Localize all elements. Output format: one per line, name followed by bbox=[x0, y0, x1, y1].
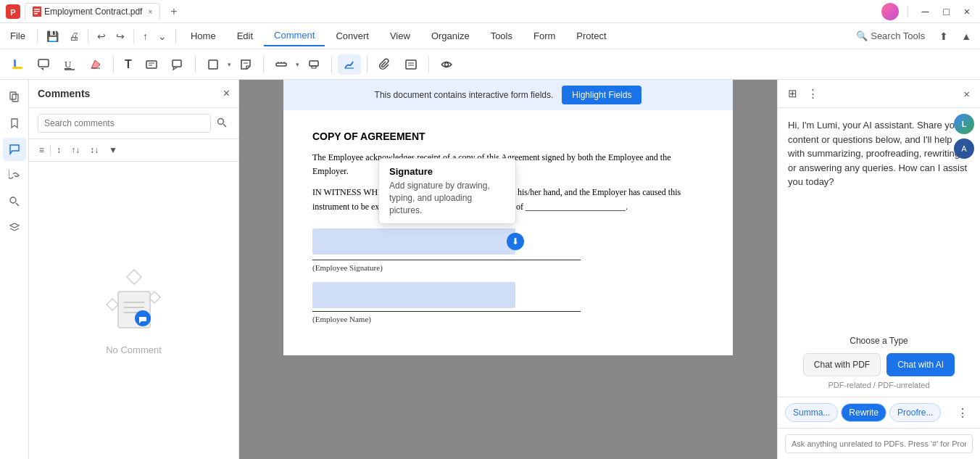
tab-close-icon[interactable]: × bbox=[148, 8, 152, 16]
comment-box-tool[interactable] bbox=[32, 54, 55, 75]
user-avatar[interactable] bbox=[881, 3, 899, 20]
svg-rect-31 bbox=[12, 94, 18, 102]
save-icon[interactable]: 💾 bbox=[42, 28, 63, 45]
nav-organize[interactable]: Organize bbox=[421, 26, 480, 46]
tab-title: Employment Contract.pdf bbox=[44, 7, 142, 17]
type-subtitle: PDF-related / PDF-unrelated bbox=[778, 381, 980, 389]
comments-panel-close[interactable]: × bbox=[223, 87, 230, 100]
comments-collapse-icon[interactable]: ↕↓ bbox=[86, 142, 103, 158]
nav-edit[interactable]: Edit bbox=[227, 26, 263, 46]
proofread-button[interactable]: Proofre... bbox=[889, 403, 941, 422]
svg-marker-11 bbox=[91, 60, 100, 68]
comments-dropdown-icon[interactable]: ▼ bbox=[104, 142, 122, 158]
pages-sidebar-icon[interactable] bbox=[3, 86, 26, 109]
ai-actions-more-icon[interactable]: ⋮ bbox=[952, 405, 973, 421]
sig-field-1-wrapper: ⬇ bbox=[312, 228, 515, 257]
ct-sep bbox=[50, 144, 51, 156]
nav-protect[interactable]: Protect bbox=[566, 26, 616, 46]
eraser-tool[interactable] bbox=[84, 54, 107, 75]
show-tool[interactable] bbox=[435, 54, 458, 75]
note-tool[interactable] bbox=[234, 54, 257, 75]
measure-dropdown[interactable]: ▾ bbox=[296, 61, 299, 68]
lumi-avatar[interactable]: L bbox=[954, 114, 974, 134]
svg-rect-30 bbox=[10, 92, 16, 99]
empty-illustration bbox=[98, 266, 170, 339]
search-sidebar-icon[interactable] bbox=[3, 190, 26, 213]
summarize-button[interactable]: Summa... bbox=[785, 403, 838, 422]
comments-expand-icon[interactable]: ↑↓ bbox=[67, 142, 84, 158]
svg-point-29 bbox=[444, 62, 448, 66]
nav-tools[interactable]: Tools bbox=[481, 26, 523, 46]
maximize-button[interactable]: □ bbox=[939, 4, 953, 19]
sig-tooltip-title: Signature bbox=[389, 166, 505, 177]
share-icon[interactable]: ↑ bbox=[138, 28, 152, 45]
highlight-tool[interactable] bbox=[6, 54, 29, 75]
employee-name-field[interactable] bbox=[312, 282, 515, 308]
text-tool[interactable]: T bbox=[120, 54, 137, 75]
callout-tool[interactable] bbox=[166, 54, 189, 75]
nav-form[interactable]: Form bbox=[523, 26, 565, 46]
comments-sidebar-icon[interactable] bbox=[3, 138, 26, 161]
file-menu[interactable]: File bbox=[3, 28, 33, 44]
notification-bar: This document contains interactive form … bbox=[283, 80, 733, 110]
ai-panel-close-icon[interactable]: × bbox=[960, 86, 973, 102]
comments-search-input[interactable] bbox=[38, 114, 211, 133]
separator bbox=[88, 29, 88, 44]
text-edit-tool[interactable] bbox=[399, 54, 423, 75]
comments-search-button[interactable] bbox=[214, 115, 230, 133]
sign-tool[interactable] bbox=[338, 54, 361, 75]
chat-with-pdf-button[interactable]: Chat with PDF bbox=[803, 353, 881, 376]
text-icon: T bbox=[125, 58, 132, 71]
rewrite-button[interactable]: Rewrite bbox=[841, 403, 886, 422]
collapse-button[interactable]: ▲ bbox=[955, 28, 977, 45]
measure-tool[interactable] bbox=[270, 54, 293, 75]
svg-rect-17 bbox=[209, 60, 217, 69]
svg-rect-4 bbox=[34, 11, 40, 12]
svg-marker-40 bbox=[107, 299, 118, 310]
employee-signature-field[interactable]: ⬇ bbox=[312, 228, 515, 255]
upload-button[interactable]: ⬆ bbox=[934, 28, 954, 45]
attach-tool[interactable] bbox=[373, 54, 396, 75]
comments-empty-state: No Comment bbox=[29, 162, 238, 459]
shape-tool[interactable] bbox=[202, 54, 225, 75]
nav-view[interactable]: View bbox=[380, 26, 420, 46]
layers-sidebar-icon[interactable] bbox=[3, 216, 26, 239]
ms-avatar[interactable]: A bbox=[954, 138, 974, 159]
close-window-button[interactable]: × bbox=[960, 4, 974, 19]
sig-line-2 bbox=[312, 311, 581, 312]
minimize-button[interactable]: ─ bbox=[917, 4, 933, 19]
textbox-tool[interactable] bbox=[140, 54, 163, 75]
nav-home[interactable]: Home bbox=[180, 26, 226, 46]
toolbar: U T ▾ ▾ bbox=[0, 49, 980, 80]
sig-label-1: (Employee Signature) bbox=[312, 263, 704, 272]
comments-filter-icon[interactable]: ≡ bbox=[35, 142, 49, 158]
highlight-fields-button[interactable]: Highlight Fields bbox=[562, 86, 641, 104]
links-sidebar-icon[interactable] bbox=[3, 164, 26, 187]
underline-tool[interactable]: U bbox=[58, 54, 81, 75]
svg-point-37 bbox=[218, 118, 224, 124]
expand-icon[interactable]: ⌄ bbox=[154, 28, 171, 45]
chat-with-ai-button[interactable]: Chat with AI bbox=[886, 353, 955, 376]
no-comment-label: No Comment bbox=[106, 344, 162, 355]
svg-line-33 bbox=[16, 203, 19, 206]
redo-icon[interactable]: ↪ bbox=[112, 28, 129, 45]
shape-dropdown[interactable]: ▾ bbox=[228, 61, 231, 68]
print-icon[interactable]: 🖨 bbox=[65, 28, 83, 45]
ai-panel-body: L A Hi, I'm Lumi, your AI assistant. Sha… bbox=[778, 108, 980, 459]
active-tab[interactable]: Employment Contract.pdf × bbox=[25, 3, 160, 20]
svg-point-32 bbox=[10, 197, 16, 203]
comments-sort-icon[interactable]: ↕ bbox=[52, 142, 65, 158]
undo-icon[interactable]: ↩ bbox=[93, 28, 110, 45]
svg-line-36 bbox=[14, 228, 19, 231]
ai-filter-icon[interactable]: ⊞ bbox=[785, 86, 800, 102]
comments-panel-header: Comments × bbox=[29, 80, 238, 108]
new-tab-button[interactable]: + bbox=[165, 2, 183, 21]
nav-convert[interactable]: Convert bbox=[325, 26, 379, 46]
bookmark-sidebar-icon[interactable] bbox=[3, 112, 26, 135]
ai-more-header-icon[interactable]: ⋮ bbox=[805, 86, 821, 102]
ai-chat-input[interactable] bbox=[785, 434, 973, 453]
search-tools-button[interactable]: 🔍 Search Tools bbox=[849, 28, 932, 44]
stamp-tool[interactable] bbox=[302, 54, 325, 75]
separator bbox=[175, 29, 176, 44]
nav-comment[interactable]: Comment bbox=[264, 25, 325, 46]
